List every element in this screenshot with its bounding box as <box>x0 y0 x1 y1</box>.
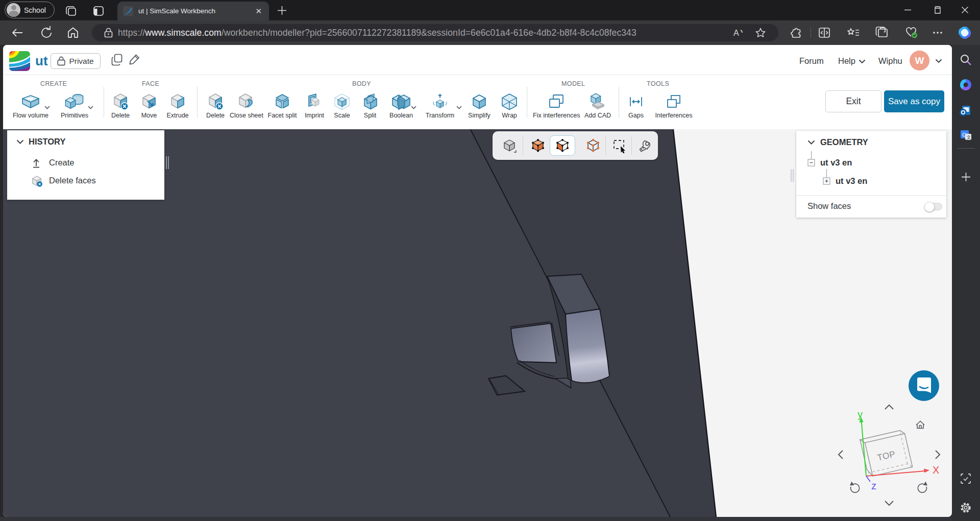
svg-text:X: X <box>933 464 939 476</box>
svg-text:A: A <box>733 29 739 37</box>
svg-text:y: y <box>857 409 863 420</box>
svg-text:文: 文 <box>967 135 971 140</box>
svg-text:z: z <box>871 480 876 491</box>
